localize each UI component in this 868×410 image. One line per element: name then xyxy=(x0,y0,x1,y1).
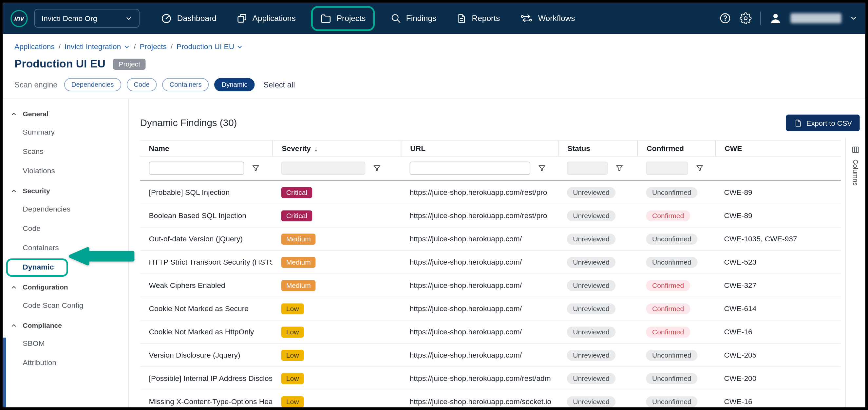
finding-url: https://juice-shop.herokuapp.com/rest/ad… xyxy=(401,374,558,382)
columns-panel-tab[interactable]: Columns xyxy=(845,138,865,407)
project-sidebar: General Summary Scans Violations Securit… xyxy=(3,99,129,407)
sidebar-item-attribution[interactable]: Attribution xyxy=(3,353,128,372)
sidebar-item-code[interactable]: Code xyxy=(3,219,128,238)
nav-item-applications[interactable]: Applications xyxy=(231,8,301,28)
table-row[interactable]: Boolean Based SQL Injection Critical htt… xyxy=(140,204,841,228)
nav-item-workflows[interactable]: Workflows xyxy=(514,8,581,28)
sidebar-item-dependencies[interactable]: Dependencies xyxy=(3,199,128,218)
chevron-down-icon xyxy=(123,43,130,50)
url-filter-input[interactable] xyxy=(410,161,530,175)
finding-url: https://juice-shop.herokuapp.com/rest/pr… xyxy=(401,188,558,196)
sidebar-item-sbom[interactable]: SBOM xyxy=(3,334,128,353)
table-row[interactable]: Version Disclosure (Jquery) Low https://… xyxy=(140,344,841,367)
severity-badge: Low xyxy=(281,396,304,407)
sidebar-item-code-scan-config[interactable]: Code Scan Config xyxy=(3,295,128,315)
filter-funnel-icon[interactable] xyxy=(695,164,704,172)
select-all-link[interactable]: Select all xyxy=(264,80,295,89)
finding-name[interactable]: Missing X-Content-Type-Options Header xyxy=(140,397,273,405)
column-header-status[interactable]: Status xyxy=(558,140,638,156)
sidebar-item-dynamic[interactable]: Dynamic xyxy=(3,257,128,277)
finding-url: https://juice-shop.herokuapp.com/ xyxy=(401,351,558,359)
breadcrumb-invicti-integration[interactable]: Invicti Integration xyxy=(64,42,130,51)
table-row[interactable]: HTTP Strict Transport Security (HSTS) Me… xyxy=(140,251,841,274)
chevron-down-icon xyxy=(125,15,132,22)
nav-item-projects[interactable]: Projects xyxy=(314,8,371,29)
table-row[interactable]: Out-of-date Version (jQuery) Medium http… xyxy=(140,228,841,251)
finding-name[interactable]: [Possible] Internal IP Address Disclosur… xyxy=(140,374,273,382)
project-type-badge: Project xyxy=(113,58,146,69)
status-pill: Unreviewed xyxy=(567,233,616,244)
sidebar-section-compliance[interactable]: Compliance xyxy=(3,315,128,334)
sidebar-section-security[interactable]: Security xyxy=(3,181,128,199)
filter-funnel-icon[interactable] xyxy=(251,164,260,172)
sidebar-section-configuration[interactable]: Configuration xyxy=(3,277,128,295)
breadcrumb-separator: / xyxy=(170,42,173,51)
user-avatar-icon[interactable] xyxy=(769,11,782,25)
finding-name[interactable]: Cookie Not Marked as HttpOnly xyxy=(140,328,273,336)
filter-funnel-icon[interactable] xyxy=(615,164,624,172)
breadcrumb-production-ui-eu[interactable]: Production UI EU xyxy=(177,42,243,51)
nav-item-findings[interactable]: Findings xyxy=(384,8,442,28)
breadcrumb-applications[interactable]: Applications xyxy=(14,42,55,51)
severity-badge: Critical xyxy=(281,187,312,198)
nav-item-reports[interactable]: Reports xyxy=(451,8,505,28)
engine-pill-code[interactable]: Code xyxy=(126,78,157,91)
severity-badge: Low xyxy=(281,349,304,360)
filter-funnel-icon[interactable] xyxy=(372,164,381,172)
table-row[interactable]: Weak Ciphers Enabled Medium https://juic… xyxy=(140,274,841,297)
org-selector[interactable]: Invicti Demo Org xyxy=(34,9,140,28)
engine-pill-dynamic[interactable]: Dynamic xyxy=(215,78,255,91)
folder-icon xyxy=(320,12,332,24)
sidebar-item-containers[interactable]: Containers xyxy=(3,238,128,257)
status-filter-input[interactable] xyxy=(567,161,608,175)
page-header: Production UI EU Project xyxy=(3,51,865,70)
engine-pill-containers[interactable]: Containers xyxy=(162,78,209,91)
sidebar-item-scans[interactable]: Scans xyxy=(3,142,128,161)
confirmed-pill: Unconfirmed xyxy=(646,233,698,244)
column-header-confirmed[interactable]: Confirmed xyxy=(637,140,715,156)
sidebar-item-violations[interactable]: Violations xyxy=(3,161,128,181)
table-row[interactable]: Missing X-Content-Type-Options Header Lo… xyxy=(140,390,841,407)
page-title: Production UI EU xyxy=(14,58,105,70)
status-pill: Unreviewed xyxy=(567,349,616,360)
name-filter-input[interactable] xyxy=(149,161,244,175)
table-row[interactable]: Cookie Not Marked as HttpOnly Low https:… xyxy=(140,321,841,344)
finding-name[interactable]: Weak Ciphers Enabled xyxy=(140,281,273,289)
export-to-csv-button[interactable]: Export to CSV xyxy=(786,115,860,131)
table-row[interactable]: [Possible] Internal IP Address Disclosur… xyxy=(140,367,841,390)
findings-table: Name Severity↓ URL Status Confirmed CWE xyxy=(140,140,841,407)
breadcrumb-projects[interactable]: Projects xyxy=(140,42,167,51)
engine-pill-dependencies[interactable]: Dependencies xyxy=(64,78,121,91)
table-row[interactable]: [Probable] SQL Injection Critical https:… xyxy=(140,181,841,204)
finding-name[interactable]: Boolean Based SQL Injection xyxy=(140,212,273,220)
gear-icon[interactable] xyxy=(740,12,752,24)
finding-name[interactable]: Cookie Not Marked as Secure xyxy=(140,305,273,313)
filter-funnel-icon[interactable] xyxy=(537,164,546,172)
confirmed-filter-input[interactable] xyxy=(646,161,688,175)
table-row[interactable]: Cookie Not Marked as Secure Low https://… xyxy=(140,297,841,321)
column-header-cwe[interactable]: CWE xyxy=(715,140,841,156)
finding-name[interactable]: [Probable] SQL Injection xyxy=(140,188,273,196)
finding-name[interactable]: Version Disclosure (Jquery) xyxy=(140,351,273,359)
severity-filter-input[interactable] xyxy=(281,161,366,175)
column-header-url[interactable]: URL xyxy=(401,140,558,156)
invicti-logo[interactable]: inv xyxy=(10,10,28,27)
column-header-severity[interactable]: Severity↓ xyxy=(273,140,401,156)
confirmed-pill: Unconfirmed xyxy=(646,349,698,360)
column-header-name[interactable]: Name xyxy=(140,140,273,156)
sidebar-section-general[interactable]: General xyxy=(3,103,128,122)
app-window: inv Invicti Demo Org Dashboard Applicati… xyxy=(3,3,865,407)
nav-label: Dashboard xyxy=(177,14,217,23)
severity-badge: Low xyxy=(281,326,304,337)
finding-name[interactable]: HTTP Strict Transport Security (HSTS) xyxy=(140,258,273,266)
sidebar-item-summary[interactable]: Summary xyxy=(3,123,128,142)
sort-desc-icon[interactable]: ↓ xyxy=(314,144,318,152)
nav-label: Applications xyxy=(252,14,296,23)
scan-engine-row: Scan engine Dependencies Code Containers… xyxy=(3,70,865,99)
help-icon[interactable] xyxy=(719,12,731,24)
nav-item-dashboard[interactable]: Dashboard xyxy=(155,8,222,29)
top-nav-bar: inv Invicti Demo Org Dashboard Applicati… xyxy=(3,3,865,34)
finding-name[interactable]: Out-of-date Version (jQuery) xyxy=(140,235,273,243)
chevron-down-icon[interactable] xyxy=(850,14,858,22)
finding-cwe: CWE-200 xyxy=(715,374,841,382)
